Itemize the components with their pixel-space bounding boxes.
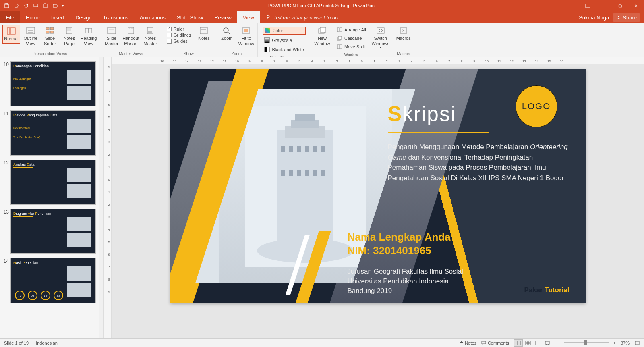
group-label: Window — [344, 52, 359, 57]
group-label: Master Views — [119, 52, 143, 56]
slide-thumbnail[interactable]: 10Rancangan PenelitianPra LapanganLapang… — [0, 60, 99, 109]
minimize-button[interactable]: ─ — [596, 0, 612, 11]
slide-thumbnail[interactable]: 11Metode Pengumpulan DataDokumentasiTes … — [0, 109, 99, 158]
zoom-out-button[interactable]: − — [557, 341, 559, 345]
redo-button[interactable] — [22, 1, 31, 10]
svg-rect-28 — [200, 27, 207, 34]
fit-to-window-icon[interactable] — [634, 341, 640, 345]
slide-master-button[interactable]: Slide Master — [103, 25, 120, 48]
ribbon-right: Sukma Naga Share — [579, 11, 644, 23]
save-button[interactable] — [2, 1, 11, 10]
svg-rect-9 — [10, 28, 15, 34]
arrange-all-button[interactable]: Arrange All — [335, 27, 368, 33]
slide-thumbnail[interactable]: 12Analisis Data — [0, 158, 99, 207]
slide-thumbnail[interactable]: 13Diagram Alur Penelitian — [0, 207, 99, 256]
tab-home[interactable]: Home — [20, 11, 46, 23]
tab-slideshow[interactable]: Slide Show — [171, 11, 209, 23]
tab-view[interactable]: View — [237, 11, 260, 23]
svg-rect-69 — [528, 343, 530, 345]
maximize-button[interactable]: ▢ — [612, 0, 628, 11]
normal-view-button[interactable]: Normal — [2, 25, 20, 44]
language-indicator[interactable]: Indonesian — [36, 341, 58, 345]
user-name[interactable]: Sukma Naga — [579, 15, 609, 21]
new-window-button[interactable]: New Window — [313, 25, 331, 48]
notes-page-button[interactable]: Notes Page — [60, 25, 78, 48]
switch-windows-button[interactable]: Switch Windows▾ — [372, 25, 389, 51]
close-button[interactable]: ✕ — [628, 0, 644, 11]
logo-placeholder: LOGO — [516, 85, 557, 127]
tab-file[interactable]: File — [0, 11, 20, 23]
svg-rect-6 — [267, 18, 269, 19]
comments-toggle[interactable]: Comments — [481, 341, 509, 345]
tab-review[interactable]: Review — [209, 11, 237, 23]
reading-view-icon[interactable] — [533, 339, 542, 347]
tab-transitions[interactable]: Transitions — [97, 11, 134, 23]
svg-rect-49 — [295, 114, 315, 121]
slide-thumbnail[interactable]: 14Hasil Penelitian75587988 — [0, 256, 99, 305]
color-button[interactable]: Color — [263, 27, 305, 35]
svg-rect-61 — [313, 170, 317, 176]
svg-rect-3 — [35, 7, 37, 7]
macros-button[interactable]: Macros — [395, 25, 412, 43]
svg-rect-40 — [338, 36, 342, 39]
handout-master-button[interactable]: Handout Master — [122, 25, 140, 48]
sorter-view-icon[interactable] — [524, 339, 532, 347]
zoom-button[interactable]: Zoom — [218, 25, 236, 43]
zoom-slider[interactable] — [564, 342, 609, 343]
zoom-in-button[interactable]: + — [613, 341, 616, 345]
svg-rect-25 — [147, 27, 153, 34]
undo-button[interactable] — [12, 1, 21, 10]
outline-collapse-bar[interactable] — [99, 57, 104, 338]
slideshow-view-icon[interactable] — [543, 339, 552, 347]
grayscale-button[interactable]: Grayscale — [263, 37, 305, 44]
group-zoom: Zoom Fit to Window Zoom — [215, 23, 258, 57]
reading-view-button[interactable]: Reading View — [80, 25, 97, 48]
active-slide[interactable]: LOGO Skripsi Pengaruh Menggunaan Metode … — [170, 69, 586, 303]
move-split-button[interactable]: Move Split — [335, 44, 368, 50]
new-file-button[interactable] — [41, 1, 50, 10]
qat-customize-button[interactable]: ▾ — [60, 1, 65, 10]
slide-sorter-button[interactable]: Slide Sorter — [41, 25, 59, 48]
zoom-slider-thumb[interactable] — [584, 340, 587, 345]
title-bar: ▾ POWERPOINT pro GELAP untuk Sidang - Po… — [0, 0, 644, 11]
notes-toggle[interactable]: ≛ Notes — [460, 340, 476, 345]
svg-rect-70 — [535, 341, 540, 345]
zoom-level[interactable]: 87% — [621, 341, 630, 345]
svg-rect-74 — [635, 341, 639, 345]
outline-view-button[interactable]: Outline View — [22, 25, 39, 48]
tab-animations[interactable]: Animations — [134, 11, 171, 23]
guides-checkbox[interactable]: Guides — [167, 39, 191, 44]
svg-rect-0 — [6, 4, 8, 5]
tab-design[interactable]: Design — [70, 11, 97, 23]
svg-rect-51 — [281, 146, 285, 152]
notes-button[interactable]: Notes — [195, 25, 213, 43]
tab-insert[interactable]: Insert — [46, 11, 70, 23]
slide-counter[interactable]: Slide 1 of 19 — [4, 341, 29, 345]
ribbon-tabs: File Home Insert Design Transitions Anim… — [0, 11, 644, 23]
tell-me-search[interactable]: Tell me what you want to do... — [260, 11, 343, 23]
ruler-checkbox[interactable]: Ruler — [167, 27, 191, 31]
open-button[interactable] — [51, 1, 60, 10]
svg-rect-36 — [320, 27, 326, 32]
slide-department: Jurusan Geografi Fakultas Ilmu SosialUni… — [348, 267, 463, 295]
group-label: Show — [184, 52, 194, 56]
svg-rect-4 — [585, 4, 590, 7]
gridlines-checkbox[interactable]: Gridlines — [167, 33, 191, 37]
svg-point-7 — [618, 16, 619, 17]
svg-rect-34 — [244, 29, 248, 32]
bw-swatch-icon — [264, 47, 270, 52]
fit-to-window-button[interactable]: Fit to Window — [237, 25, 255, 48]
quick-access-toolbar: ▾ — [0, 1, 65, 10]
slide-canvas-area[interactable]: LOGO Skripsi Pengaruh Menggunaan Metode … — [112, 64, 644, 338]
start-from-beginning-button[interactable] — [31, 1, 40, 10]
title-underline — [388, 132, 489, 133]
svg-rect-17 — [50, 31, 54, 33]
slide-thumbnail-panel[interactable]: 10Rancangan PenelitianPra LapanganLapang… — [0, 57, 99, 338]
black-white-button[interactable]: Black and White — [263, 46, 305, 53]
normal-view-icon[interactable] — [514, 339, 523, 347]
share-button[interactable]: Share — [613, 13, 640, 22]
checkbox-icon — [167, 39, 172, 44]
ribbon-options-icon[interactable] — [580, 0, 596, 11]
notes-master-button[interactable]: Notes Master — [141, 25, 159, 48]
cascade-button[interactable]: Cascade — [335, 35, 368, 42]
